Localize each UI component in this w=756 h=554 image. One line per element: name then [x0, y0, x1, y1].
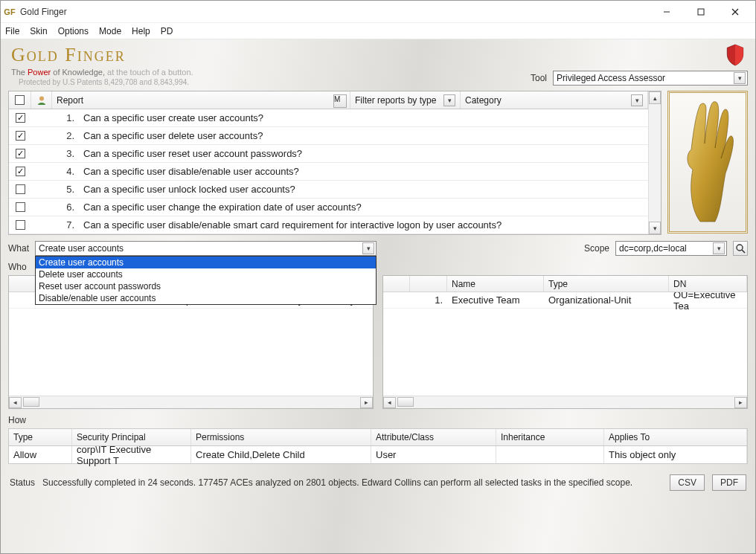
how-permissions: Create Child,Delete Child: [191, 446, 371, 463]
scroll-down-button[interactable]: ▾: [649, 222, 661, 234]
row-checkbox[interactable]: [16, 184, 25, 194]
scroll-left-button[interactable]: ◂: [9, 397, 22, 408]
user-icon: [36, 95, 47, 106]
menu-pd[interactable]: PD: [161, 26, 173, 36]
scroll-thumb[interactable]: [23, 397, 39, 407]
app-icon: GF: [4, 6, 16, 18]
what-option[interactable]: Create user accounts: [36, 257, 376, 268]
what-combo-wrap: Create user accounts ▾ Create user accou…: [35, 241, 377, 256]
header-checkbox-col[interactable]: [9, 91, 31, 109]
menu-skin[interactable]: Skin: [30, 26, 47, 36]
minimize-icon: [663, 8, 670, 16]
search-button[interactable]: [733, 241, 748, 256]
search-icon: [736, 244, 746, 254]
row-text: Can a specific user unlock locked user a…: [79, 184, 648, 195]
menu-mode[interactable]: Mode: [99, 26, 121, 36]
row-checkbox[interactable]: ✓: [16, 113, 25, 123]
scope-combo[interactable]: dc=corp,dc=local ▾: [615, 241, 727, 256]
report-row[interactable]: 6.Can a specific user change the expirat…: [9, 199, 648, 216]
content-area: Gold Finger The Power of Knowledge, at t…: [1, 39, 755, 553]
maximize-button[interactable]: [684, 1, 718, 22]
report-row[interactable]: 5.Can a specific user unlock locked user…: [9, 181, 648, 199]
row-checkbox[interactable]: [16, 220, 25, 230]
scroll-right-button[interactable]: ▸: [360, 397, 373, 408]
chevron-down-icon: ▾: [443, 94, 455, 106]
scroll-right-button[interactable]: ▸: [734, 397, 747, 408]
who-right-hdr-type[interactable]: Type: [544, 276, 669, 292]
row-checkbox[interactable]: ✓: [16, 167, 25, 176]
status-label: Status: [10, 477, 35, 488]
scroll-up-button[interactable]: ▴: [649, 91, 661, 104]
row-checkbox[interactable]: [16, 202, 25, 212]
header-report-label[interactable]: Report: [57, 95, 83, 106]
report-rows: ✓1.Can a specific user create user accou…: [9, 109, 648, 234]
who-right-row[interactable]: 1. Executive Team Organizational-Unit OU…: [383, 292, 747, 309]
brand-tagline: The Power of Knowledge, at the touch of …: [11, 68, 193, 77]
header-category-combo[interactable]: Category▾: [461, 91, 648, 109]
how-label: How: [8, 415, 26, 425]
menu-help[interactable]: Help: [132, 26, 150, 36]
report-row[interactable]: ✓3.Can a specific user reset user accoun…: [9, 145, 648, 163]
who-right-hdr-dn[interactable]: DN: [669, 276, 747, 292]
what-row: What Create user accounts ▾ Create user …: [8, 241, 748, 256]
report-row[interactable]: ✓1.Can a specific user create user accou…: [9, 109, 648, 127]
tool-combo-value: Privileged Access Assessor: [557, 73, 731, 83]
report-row[interactable]: 7.Can a specific user disable/enable sma…: [9, 216, 648, 234]
who-label: Who: [8, 262, 27, 272]
how-hdr-attrclass[interactable]: Attribute/Class: [371, 429, 496, 445]
scope-area: Scope dc=corp,dc=local ▾: [584, 241, 748, 256]
how-hdr-type[interactable]: Type: [9, 429, 72, 445]
menu-file[interactable]: File: [5, 26, 19, 36]
who-left-scroll-h[interactable]: ◂ ▸: [9, 396, 373, 408]
who-right-hdr-name[interactable]: Name: [447, 276, 544, 292]
how-hdr-permissions[interactable]: Permissions: [191, 429, 371, 445]
chevron-down-icon: ▾: [631, 94, 643, 106]
pdf-button[interactable]: PDF: [712, 474, 746, 491]
minimize-button[interactable]: [650, 1, 684, 22]
row-number: 4.: [52, 166, 79, 177]
filter-combo-label: Filter reports by type: [355, 95, 436, 106]
row-text: Can a specific user delete user accounts…: [79, 130, 648, 141]
close-icon: [731, 8, 739, 16]
report-row[interactable]: ✓2.Can a specific user delete user accou…: [9, 127, 648, 145]
header-m-button[interactable]: M: [333, 94, 347, 108]
what-option[interactable]: Reset user account passwords: [36, 280, 376, 292]
who-right-scroll-h[interactable]: ◂ ▸: [383, 396, 747, 408]
report-row[interactable]: ✓4.Can a specific user disable/enable us…: [9, 163, 648, 181]
what-option[interactable]: Delete user accounts: [36, 268, 376, 280]
row-number: 5.: [52, 184, 79, 195]
scroll-left-button[interactable]: ◂: [383, 397, 396, 408]
row-checkbox[interactable]: ✓: [16, 131, 25, 141]
chevron-down-icon: ▾: [734, 72, 746, 84]
scroll-thumb[interactable]: [397, 397, 414, 407]
how-hdr-applies[interactable]: Applies To: [604, 429, 747, 445]
how-attrclass: User: [371, 446, 496, 463]
csv-button[interactable]: CSV: [670, 474, 705, 491]
shield-icon: [725, 44, 745, 66]
who-right-name: Executive Team: [447, 294, 544, 306]
what-combo[interactable]: Create user accounts ▾: [35, 241, 377, 256]
header-checkbox[interactable]: [15, 95, 25, 105]
app-window: GF Gold Finger File Skin Options Mode He…: [0, 0, 756, 554]
what-dropdown-panel: Create user accountsDelete user accounts…: [35, 256, 377, 305]
who-right-num: 1.: [410, 294, 447, 306]
chevron-down-icon: ▾: [362, 242, 374, 254]
close-button[interactable]: [718, 1, 752, 22]
header-user-icon-col: [31, 91, 52, 109]
header-filter-combo[interactable]: Filter reports by type▾: [350, 91, 461, 109]
menubar: File Skin Options Mode Help PD: [1, 23, 755, 39]
how-data-row[interactable]: Allow corp\IT Executive Support T Create…: [8, 446, 748, 464]
tagline-suffix: at the touch of a button.: [105, 68, 193, 77]
what-option[interactable]: Disable/enable user accounts: [36, 292, 376, 304]
how-applies: This object only: [604, 446, 747, 463]
tool-combo[interactable]: Privileged Access Assessor ▾: [553, 71, 748, 86]
what-combo-value: Create user accounts: [39, 243, 359, 254]
row-text: Can a specific user disable/enable user …: [79, 166, 648, 177]
how-hdr-inheritance[interactable]: Inheritance: [496, 429, 604, 445]
row-checkbox[interactable]: ✓: [16, 149, 25, 158]
report-scrollbar-v[interactable]: ▴ ▾: [648, 91, 661, 234]
status-text: Successfully completed in 24 seconds. 17…: [42, 477, 662, 488]
menu-options[interactable]: Options: [58, 26, 89, 36]
category-combo-label: Category: [465, 95, 502, 106]
titlebar: GF Gold Finger: [1, 1, 755, 23]
